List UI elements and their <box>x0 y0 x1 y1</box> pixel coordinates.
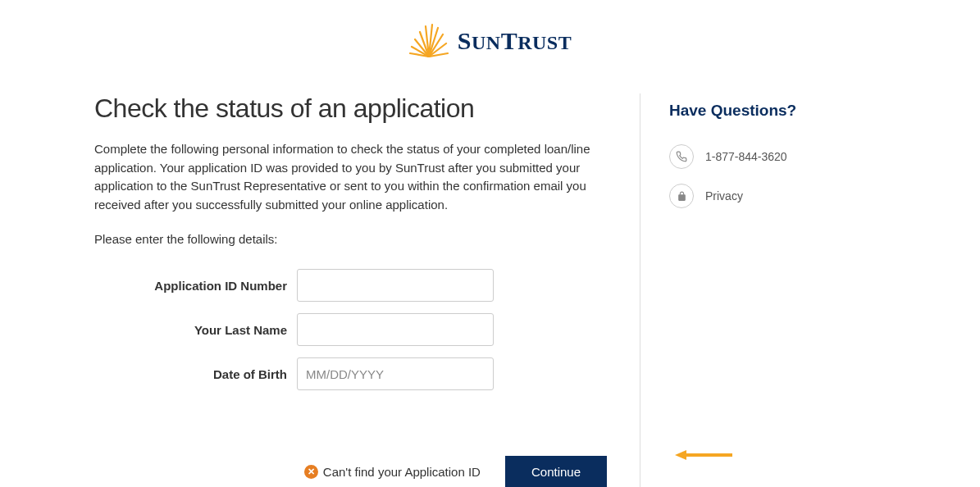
header: SUNTRUST <box>0 0 980 77</box>
page-description: Complete the following personal informat… <box>94 140 607 214</box>
form-row-last-name: Your Last Name <box>94 313 607 346</box>
svg-marker-11 <box>675 450 686 460</box>
application-id-input[interactable] <box>297 269 494 302</box>
privacy-link-text: Privacy <box>705 189 743 203</box>
logo-text: SUNTRUST <box>458 27 572 55</box>
suntrust-logo: SUNTRUST <box>408 20 572 61</box>
label-app-id: Application ID Number <box>94 279 297 293</box>
sunburst-icon <box>408 20 449 61</box>
label-dob: Date of Birth <box>94 367 297 381</box>
continue-button[interactable]: Continue <box>505 456 607 487</box>
form-prompt: Please enter the following details: <box>94 232 607 246</box>
label-last-name: Your Last Name <box>94 323 297 337</box>
lock-icon <box>669 184 694 208</box>
close-circle-icon: ✕ <box>304 465 318 479</box>
content-container: Check the status of an application Compl… <box>0 77 980 487</box>
cant-find-app-id-link[interactable]: ✕ Can't find your Application ID <box>304 465 481 479</box>
page-title: Check the status of an application <box>94 93 607 124</box>
form-row-dob: Date of Birth <box>94 357 607 390</box>
sidebar-phone[interactable]: 1-877-844-3620 <box>669 144 886 169</box>
main-column: Check the status of an application Compl… <box>94 93 640 487</box>
sidebar-heading: Have Questions? <box>669 102 886 120</box>
actions-row: ✕ Can't find your Application ID Continu… <box>94 456 607 487</box>
phone-number: 1-877-844-3620 <box>705 150 787 163</box>
phone-icon <box>669 144 694 169</box>
sidebar-privacy[interactable]: Privacy <box>669 184 886 208</box>
arrow-annotation-icon <box>675 448 739 462</box>
form-row-app-id: Application ID Number <box>94 269 607 302</box>
sidebar: Have Questions? 1-877-844-3620 Privacy <box>640 93 886 487</box>
last-name-input[interactable] <box>297 313 494 346</box>
date-of-birth-input[interactable] <box>297 357 494 390</box>
help-link-text: Can't find your Application ID <box>323 465 481 479</box>
